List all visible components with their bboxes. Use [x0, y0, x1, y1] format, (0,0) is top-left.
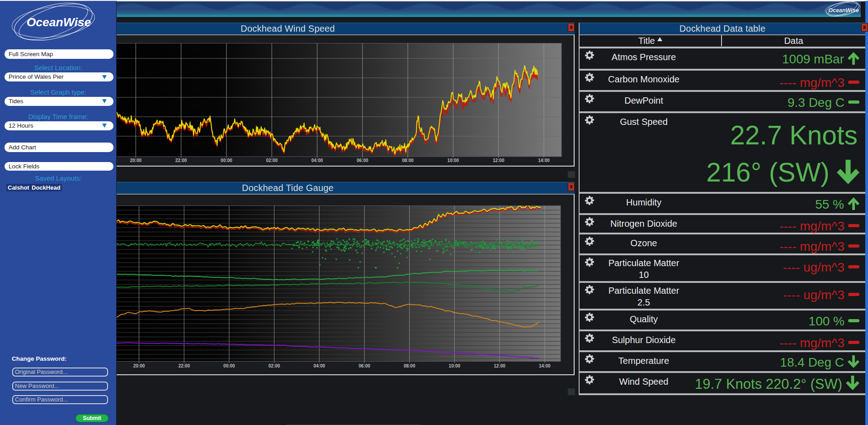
svg-text:20:00: 20:00	[133, 363, 145, 368]
svg-text:12:00: 12:00	[494, 363, 505, 368]
svg-text:08:00: 08:00	[404, 363, 415, 368]
svg-text:12:00: 12:00	[493, 158, 505, 163]
svg-text:00:00: 00:00	[221, 158, 232, 163]
svg-text:04:00: 04:00	[311, 158, 323, 163]
svg-text:06:00: 06:00	[359, 363, 370, 368]
svg-text:02:00: 02:00	[266, 158, 278, 163]
svg-text:22:00: 22:00	[178, 363, 190, 368]
svg-text:OceanWise: OceanWise	[828, 7, 859, 14]
svg-text:OceanWise: OceanWise	[27, 15, 91, 29]
svg-text:22:00: 22:00	[175, 158, 187, 163]
svg-text:10:00: 10:00	[448, 158, 459, 163]
svg-text:02:00: 02:00	[269, 363, 280, 368]
svg-text:04:00: 04:00	[314, 363, 326, 368]
svg-text:10:00: 10:00	[449, 363, 461, 368]
svg-text:08:00: 08:00	[402, 158, 414, 163]
svg-text:14:00: 14:00	[538, 158, 550, 163]
svg-text:00:00: 00:00	[223, 363, 235, 368]
svg-text:06:00: 06:00	[357, 158, 368, 163]
svg-text:20:00: 20:00	[130, 158, 142, 163]
svg-text:14:00: 14:00	[539, 363, 551, 368]
